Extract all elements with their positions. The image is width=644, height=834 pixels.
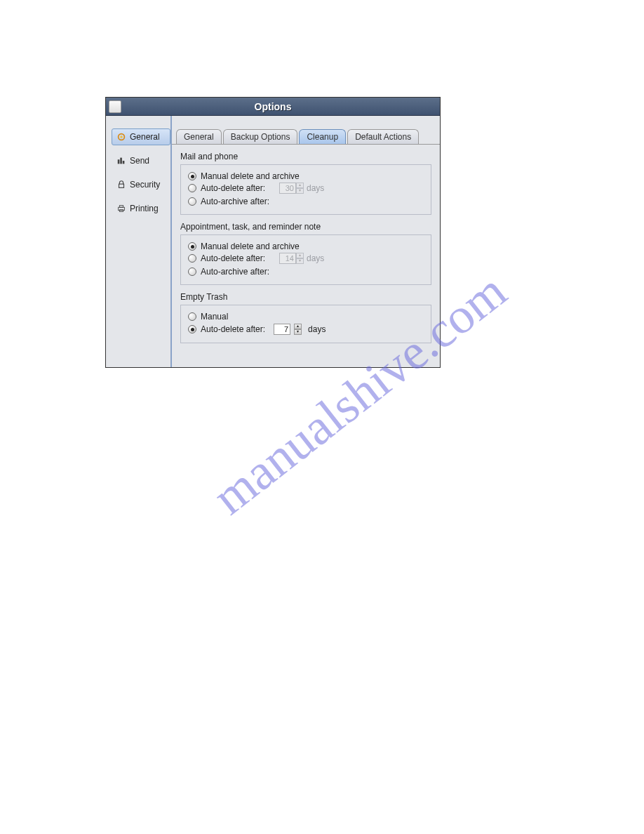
spin-up[interactable]: ▴ (296, 183, 304, 188)
svg-rect-4 (123, 161, 125, 164)
radio-icon (188, 197, 196, 206)
radio-label: Manual delete and archive (201, 241, 300, 251)
spin-down[interactable]: ▾ (296, 258, 304, 264)
radio-icon (188, 312, 196, 321)
lock-icon (116, 180, 126, 190)
window-icon (109, 100, 121, 113)
group-box: Manual delete and archive Auto-delete af… (180, 234, 431, 285)
tab-general[interactable]: General (176, 129, 222, 144)
radio-manual[interactable]: Manual delete and archive (188, 171, 424, 181)
svg-point-1 (120, 135, 123, 138)
tab-backup-options[interactable]: Backup Options (223, 129, 298, 144)
days-unit: days (307, 183, 324, 193)
radio-icon (188, 254, 196, 263)
spin-up[interactable]: ▴ (296, 253, 304, 258)
sidebar: General Send Security Printing (106, 116, 172, 367)
radio-icon (188, 184, 196, 192)
days-spinner: 14 ▴ ▾ days (279, 253, 424, 264)
tab-default-actions[interactable]: Default Actions (347, 129, 419, 144)
sidebar-item-general[interactable]: General (112, 128, 170, 145)
window-title: Options (255, 101, 292, 112)
sidebar-label: General (130, 132, 160, 142)
main-panel: General Backup Options Cleanup Default A… (172, 116, 440, 367)
days-input[interactable]: 7 (274, 324, 290, 335)
radio-label: Auto-delete after: (201, 183, 265, 193)
radio-manual[interactable]: Manual delete and archive (188, 241, 424, 251)
spin-down[interactable]: ▾ (294, 329, 302, 335)
spin-up[interactable]: ▴ (294, 324, 302, 329)
group-box: Manual Auto-delete after: 7 ▴ ▾ (180, 305, 431, 343)
group-title: Mail and phone (180, 152, 431, 161)
options-window: Options General Send Security Printing (105, 97, 441, 368)
radio-label: Manual (201, 312, 228, 322)
radio-manual[interactable]: Manual (188, 312, 424, 322)
gear-icon (116, 132, 126, 142)
radio-autoarchive[interactable]: Auto-archive after: (188, 197, 424, 206)
radio-label: Auto-delete after: (201, 324, 265, 334)
sidebar-label: Printing (130, 204, 159, 213)
group-title: Empty Trash (180, 292, 431, 302)
svg-rect-5 (119, 184, 124, 187)
radio-label: Manual delete and archive (201, 171, 300, 181)
radio-label: Auto-archive after: (201, 197, 269, 206)
svg-rect-2 (118, 159, 120, 164)
tab-row: General Backup Options Cleanup Default A… (172, 128, 440, 144)
radio-autodelete[interactable]: Auto-delete after: 7 ▴ ▾ days (188, 324, 424, 335)
radio-icon (188, 267, 196, 276)
titlebar: Options (106, 98, 440, 116)
days-spinner: 7 ▴ ▾ days (274, 324, 326, 335)
sidebar-item-printing[interactable]: Printing (112, 200, 170, 217)
days-input[interactable]: 30 (279, 183, 296, 194)
radio-icon (188, 172, 196, 180)
send-icon (116, 156, 126, 166)
days-unit: days (307, 253, 324, 263)
days-spinner: 30 ▴ ▾ days (279, 183, 424, 194)
radio-icon (188, 325, 196, 333)
spin-down[interactable]: ▾ (296, 188, 304, 194)
group-box: Manual delete and archive Auto-delete af… (180, 164, 431, 215)
sidebar-label: Send (130, 156, 149, 166)
tab-cleanup[interactable]: Cleanup (299, 129, 346, 144)
sidebar-label: Security (130, 180, 160, 190)
radio-autoarchive[interactable]: Auto-archive after: (188, 267, 424, 277)
group-mail-phone: Mail and phone Manual delete and archive… (180, 152, 431, 215)
cleanup-panel: Mail and phone Manual delete and archive… (172, 144, 440, 357)
radio-label: Auto-archive after: (201, 267, 269, 277)
svg-rect-3 (120, 158, 122, 164)
group-empty-trash: Empty Trash Manual Auto-delete after: 7 (180, 292, 431, 343)
days-input[interactable]: 14 (279, 253, 296, 264)
group-title: Appointment, task, and reminder note (180, 222, 431, 232)
sidebar-item-security[interactable]: Security (112, 176, 170, 193)
printer-icon (116, 204, 126, 213)
svg-rect-7 (119, 206, 123, 208)
radio-label: Auto-delete after: (201, 253, 265, 263)
sidebar-item-send[interactable]: Send (112, 152, 170, 169)
radio-icon (188, 242, 196, 251)
group-appointment: Appointment, task, and reminder note Man… (180, 222, 431, 285)
days-unit: days (308, 324, 326, 334)
